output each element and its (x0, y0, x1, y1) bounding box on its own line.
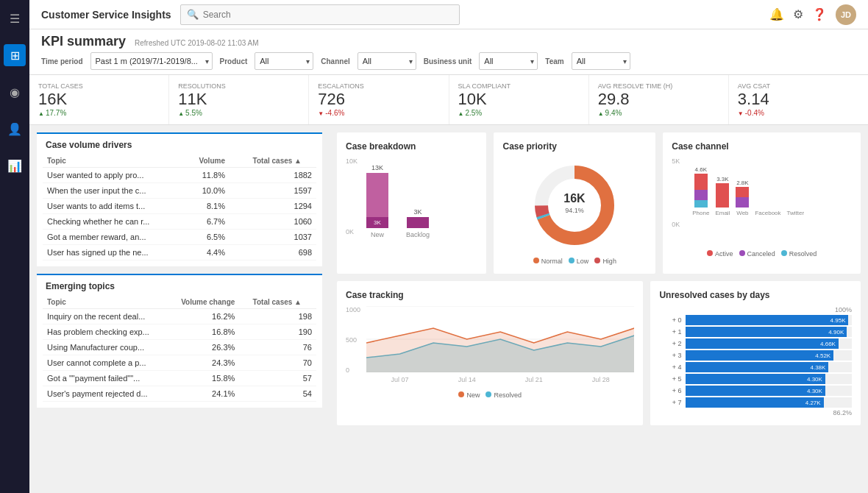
topnav-actions: 🔔 ⚙ ❓ JD (769, 4, 856, 25)
kpi-change-res: 5.5% (178, 109, 299, 117)
table-row[interactable]: Checking whether he can r... 6.7% 1060 (43, 214, 316, 230)
unres-fill: 4.38K (686, 362, 828, 372)
filter-time-wrapper[interactable]: Past 1 m (2019/7/1-2019/8... (90, 52, 213, 70)
unres-track: 4.27K (686, 397, 852, 408)
table-row[interactable]: Inquiry on the recent deal... 16.2% 198 (43, 309, 316, 324)
sidebar: ☰ ⊞ ◉ 👤 📊 (0, 0, 29, 493)
main-body: KPI summary Refreshed UTC 2019-08-02 11:… (29, 29, 868, 493)
filter-channel-label: Channel (321, 57, 349, 65)
sidebar-item-menu[interactable]: ☰ (4, 7, 26, 29)
filter-team-select[interactable]: All (572, 52, 630, 70)
filter-bunit-select[interactable]: All (479, 52, 538, 70)
table-row[interactable]: User cannot complete a p... 24.3% 70 (43, 355, 316, 371)
et-topic: User cannot complete a p... (43, 355, 168, 371)
unres-label: + 5 (659, 375, 681, 383)
cc-legend: Active Canceled Resolved (672, 250, 852, 258)
help-icon[interactable]: ❓ (812, 7, 827, 21)
table-row[interactable]: User wanted to apply pro... 11.8% 1882 (43, 168, 316, 183)
table-row[interactable]: Has problem checking exp... 16.8% 190 (43, 324, 316, 340)
et-col-topic: Topic (43, 296, 168, 309)
legend-low: Low (569, 258, 589, 265)
kpi-label-res: Resolutions (178, 82, 299, 90)
et-topic: Using Manufacturer coup... (43, 340, 168, 355)
filter-team-wrapper[interactable]: All (572, 52, 630, 70)
case-volume-section: Case volume drivers Topic Volume Total c… (37, 132, 322, 266)
filter-product-wrapper[interactable]: All (255, 52, 313, 70)
cc-fb-lbl: Facebook (755, 210, 780, 216)
table-row[interactable]: User's payment rejected d... 24.1% 54 (43, 386, 316, 402)
et-volume: 26.3% (168, 340, 239, 355)
table-row[interactable]: Got a ""payment failed""... 15.8% 57 (43, 371, 316, 386)
table-row[interactable]: User wants to add items t... 8.1% 1294 (43, 199, 316, 214)
app-title: Customer Service Insights (41, 9, 171, 21)
emerging-topics-title: Emerging topics (43, 281, 316, 291)
cc-y-top: 5K (672, 157, 680, 165)
kpi-change-esc: -4.6% (318, 109, 439, 117)
left-panel: Case volume drivers Topic Volume Total c… (29, 125, 330, 493)
page-updated: Refreshed UTC 2019-08-02 11:03 AM (135, 39, 258, 47)
sidebar-item-dashboard[interactable]: ⊞ (4, 44, 26, 66)
kpi-value-total: 16K (38, 91, 160, 107)
list-item: + 5 4.30K (659, 374, 852, 384)
kpi-value-esc: 726 (318, 91, 439, 107)
ct-legend-resolved: Resolved (485, 391, 522, 399)
charts-row-1: Case breakdown 10K 0K 13K (337, 132, 861, 274)
case-priority-chart: 16K 94.1% Normal Low High (502, 157, 647, 265)
unres-track: 4.30K (686, 374, 852, 384)
unres-label: + 2 (659, 340, 681, 347)
ct-svg (366, 306, 634, 372)
sidebar-item-analytics[interactable]: 📊 (4, 155, 26, 177)
table-row[interactable]: When the user input the c... 10.0% 1597 (43, 183, 316, 199)
donut-svg: 16K 94.1% (530, 161, 619, 249)
unres-track: 4.95K (686, 315, 852, 325)
et-col-volume: Volume change (168, 296, 239, 309)
cv-volume: 11.8% (185, 168, 230, 183)
filter-channel-select[interactable]: All (357, 52, 416, 70)
list-item: + 7 4.27K (659, 397, 852, 408)
cc-web-cancelled (736, 197, 749, 208)
kpi-label-csat: Avg CSAT (738, 82, 859, 90)
case-volume-body: User wanted to apply pro... 11.8% 1882 W… (43, 168, 316, 260)
table-row[interactable]: Got a member reward, an... 6.5% 1037 (43, 230, 316, 245)
unres-label: + 4 (659, 363, 681, 371)
kpi-card-sla: SLA compliant 10K 2.5% (449, 75, 589, 124)
unresolved-title: Unresolved cases by days (659, 290, 852, 300)
filter-bunit-wrapper[interactable]: All (479, 52, 538, 70)
cb-bar-new-lbl: New (371, 231, 384, 238)
notification-icon[interactable]: 🔔 (769, 7, 784, 21)
unres-val: 4.66K (820, 341, 836, 347)
cv-topic: When the user input the c... (43, 183, 185, 199)
et-topic: Has problem checking exp... (43, 324, 168, 340)
kpi-change-csat: -0.4% (738, 109, 859, 117)
list-item: + 0 4.95K (659, 315, 852, 325)
kpi-change-total: 17.7% (38, 109, 160, 117)
ct-x-jul14: Jul 14 (458, 376, 476, 383)
avatar[interactable]: JD (836, 4, 856, 25)
cb-bar-new-top (366, 173, 388, 217)
unresolved-header: 100% (659, 306, 852, 313)
filter-time-select[interactable]: Past 1 m (2019/7/1-2019/8... (90, 52, 213, 70)
svg-text:94.1%: 94.1% (566, 207, 585, 214)
kpi-card-escalations: Escalations 726 -4.6% (309, 75, 449, 124)
list-item: + 2 4.66K (659, 338, 852, 349)
table-row[interactable]: User has signed up the ne... 4.4% 698 (43, 245, 316, 260)
unres-fill: 4.90K (686, 327, 847, 337)
cc-bar-twitter: Twitter (787, 207, 805, 216)
cv-total: 1882 (230, 168, 316, 183)
kpi-cards-row: Total cases 16K 17.7% Resolutions 11K 5.… (29, 75, 868, 125)
kpi-value-sla: 10K (458, 91, 580, 107)
cc-phone-active (694, 174, 708, 208)
case-volume-table: Topic Volume Total cases ▲ User wanted t… (43, 155, 316, 260)
filter-product-select[interactable]: All (255, 52, 313, 70)
table-row[interactable]: Using Manufacturer coup... 26.3% 76 (43, 340, 316, 355)
search-bar[interactable]: 🔍 (180, 4, 460, 25)
filter-channel-wrapper[interactable]: All (357, 52, 416, 70)
search-input[interactable] (203, 10, 453, 20)
sidebar-item-users[interactable]: 👤 (4, 118, 26, 140)
et-total: 198 (239, 309, 316, 324)
sidebar-item-topics[interactable]: ◉ (4, 81, 26, 103)
settings-icon[interactable]: ⚙ (793, 7, 803, 21)
cc-legend-active: Active (707, 250, 733, 258)
cc-web-val1: 2.8K (736, 180, 748, 186)
cv-total: 1294 (230, 199, 316, 214)
